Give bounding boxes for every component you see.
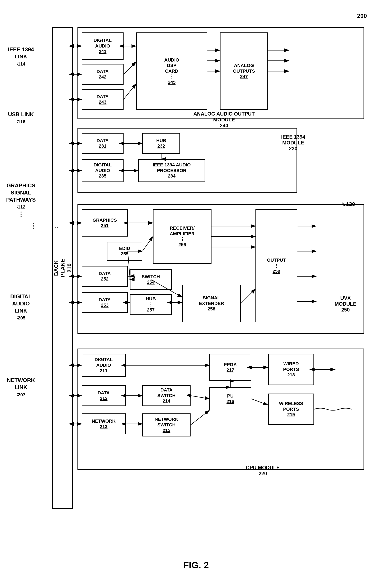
comp-digital-audio-211: DIGITALAUDIO211	[82, 354, 126, 377]
comp-analog-outputs-247: ANALOGOUTPUTS247	[220, 32, 268, 110]
comp-signal-extender-258: SIGNALEXTENDER258	[182, 285, 241, 322]
backplane-box: BACKPLANE210	[52, 27, 73, 509]
comp-hub-257: HUB⋮257	[130, 294, 172, 315]
comp-audio-dsp-card-245: AUDIODSPCARD⋮245	[136, 32, 207, 110]
module-230-label: IEEE 1394MODULE230	[272, 134, 314, 151]
ref-130: ↘130	[341, 201, 355, 207]
comp-data-231: DATA231	[82, 133, 124, 154]
comp-graphics-251: GRAPHICS251	[82, 209, 128, 237]
module-250-label: UVXMODULE250	[322, 295, 368, 313]
comp-output-259: OUTPUT⋮259	[256, 209, 297, 322]
comp-data-212: DATA212	[82, 385, 126, 406]
comp-data-253: DATA253	[82, 292, 128, 313]
module-220-label: CPU MODULE220	[226, 465, 300, 477]
comp-data-switch-214: DATASWITCH214	[142, 385, 190, 406]
comp-data-252: DATA252	[82, 266, 128, 287]
left-label-ieee1394: IEEE 1394 LINK ∶114	[4, 46, 38, 67]
comp-switch-254: SWITCH254	[130, 269, 172, 290]
fig-label: FIG. 2	[183, 560, 209, 571]
left-label-usb: USB LINK ∶116	[4, 111, 38, 125]
diagram: 200 IEEE 1394 LINK ∶114 USB LINK ∶116 GR…	[0, 0, 392, 583]
comp-edid-255: EDID255	[107, 242, 142, 261]
ref-200: 200	[357, 12, 367, 19]
comp-network-switch-215: NETWORKSWITCH215	[142, 413, 190, 437]
comp-data-243: DATA243	[82, 89, 124, 110]
comp-hub-232: HUB232	[142, 133, 180, 154]
comp-pu-216: PU216	[210, 387, 251, 410]
comp-fpga-217: FPGA217	[210, 354, 251, 381]
comp-network-213: NETWORK213	[82, 413, 126, 434]
comp-ieee1394-audio-processor-234: IEEE 1394 AUDIOPROCESSOR234	[138, 159, 205, 182]
module-240-label: ANALOG AUDIO OUTPUT MODULE240	[182, 111, 266, 128]
comp-receiver-amplifier-256: RECEIVER/AMPLIFIER⋮256	[153, 209, 212, 264]
left-label-digital-audio-link: DIGITALAUDIOLINK ∶205	[4, 293, 38, 321]
left-label-network-link: NETWORKLINK ∶207	[4, 377, 38, 398]
comp-digital-audio-235: DIGITALAUDIO235	[82, 159, 124, 182]
left-label-graphics: GRAPHICSSIGNALPATHWAYS ∶112 ⋮	[2, 182, 40, 218]
comp-wireless-ports-219: WIRELESSPORTS219	[268, 394, 314, 425]
comp-wired-ports-218: WIREDPORTS218	[268, 354, 314, 385]
comp-digital-audio-241: DIGITALAUDIO241	[82, 32, 124, 60]
svg-text:⋮: ⋮	[30, 222, 37, 230]
comp-data-242: DATA242	[82, 64, 124, 85]
